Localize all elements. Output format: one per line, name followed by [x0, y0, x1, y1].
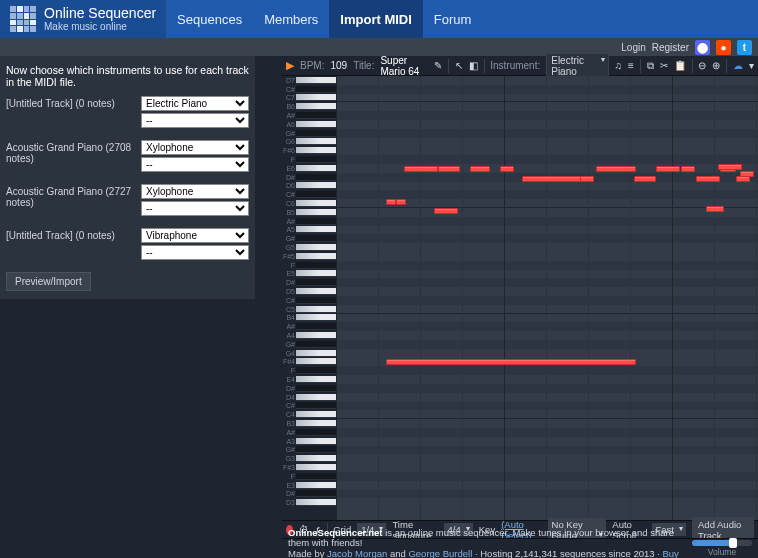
track-sub-select[interactable]: -- — [141, 201, 249, 216]
track-label: [Untitled Track] (0 notes) — [6, 228, 141, 241]
nav-forum[interactable]: Forum — [423, 0, 483, 38]
copy-icon[interactable]: ⧉ — [647, 60, 654, 72]
import-panel: Now choose which instruments to use for … — [0, 56, 255, 299]
track-instrument-select[interactable]: Electric Piano — [141, 96, 249, 111]
title-label: Title: — [353, 60, 374, 71]
note-grid[interactable] — [336, 76, 758, 520]
login-link[interactable]: Login — [621, 42, 645, 53]
brand-subtitle: Make music online — [44, 21, 156, 32]
note[interactable] — [522, 176, 582, 182]
preview-import-button[interactable]: Preview/Import — [6, 272, 91, 291]
note[interactable] — [500, 166, 514, 172]
note[interactable] — [386, 199, 396, 205]
paste-icon[interactable]: 📋 — [674, 60, 686, 71]
volume-label: Volume — [708, 547, 736, 557]
instrument-toggle-icon[interactable]: ♫ — [615, 60, 623, 71]
track-label: Acoustic Grand Piano (2708 notes) — [6, 140, 141, 164]
track-sub-select[interactable]: -- — [141, 157, 249, 172]
note[interactable] — [404, 166, 438, 172]
track-label: [Untitled Track] (0 notes) — [6, 96, 141, 109]
track-sub-select[interactable]: -- — [141, 113, 249, 128]
instrument-label: Instrument: — [490, 60, 540, 71]
more-icon[interactable]: ▾ — [749, 60, 754, 71]
discord-icon[interactable]: ⬤ — [695, 40, 710, 55]
logo[interactable]: Online Sequencer Make music online — [0, 0, 166, 38]
author2-link[interactable]: George Burdell — [408, 548, 472, 559]
note[interactable] — [438, 166, 460, 172]
reddit-icon[interactable]: ● — [716, 40, 731, 55]
note[interactable] — [634, 176, 656, 182]
note[interactable] — [470, 166, 490, 172]
track-sub-select[interactable]: -- — [141, 245, 249, 260]
zoom-in-icon[interactable]: ⊕ — [712, 60, 720, 71]
note[interactable] — [596, 166, 636, 172]
note[interactable] — [736, 176, 750, 182]
track-instrument-select[interactable]: Xylophone — [141, 184, 249, 199]
note[interactable] — [580, 176, 594, 182]
footer-text: OnlineSequencer.net is an online music s… — [288, 528, 692, 558]
instrument-select[interactable]: Electric Piano — [546, 53, 608, 79]
note[interactable] — [706, 206, 724, 212]
note[interactable] — [740, 171, 754, 177]
author1-link[interactable]: Jacob Morgan — [327, 548, 387, 559]
twitter-icon[interactable]: t — [737, 40, 752, 55]
piano-keys[interactable]: D7C#C7B6A#A6G#G6F#6FE6D#D6C#C6B5A#A5G#G5… — [282, 76, 336, 520]
play-button[interactable]: ▶ — [286, 59, 294, 72]
save-cloud-icon[interactable]: ☁ — [733, 60, 743, 71]
bpm-value[interactable]: 109 — [330, 60, 347, 71]
pointer-tool-icon[interactable]: ↖ — [455, 60, 463, 71]
note[interactable] — [656, 166, 680, 172]
brand-title: Online Sequencer — [44, 6, 156, 21]
track-instrument-select[interactable]: Xylophone — [141, 140, 249, 155]
note[interactable] — [386, 359, 636, 365]
nav-sequences[interactable]: Sequences — [166, 0, 253, 38]
track-label: Acoustic Grand Piano (2727 notes) — [6, 184, 141, 208]
logo-icon — [10, 6, 36, 32]
track-instrument-select[interactable]: Vibraphone — [141, 228, 249, 243]
note[interactable] — [718, 164, 742, 170]
edit-icon[interactable]: ✎ — [434, 60, 442, 71]
zoom-out-icon[interactable]: ⊖ — [698, 60, 706, 71]
bpm-label: BPM: — [300, 60, 324, 71]
nav-members[interactable]: Members — [253, 0, 329, 38]
cut-icon[interactable]: ✂ — [660, 60, 668, 71]
note[interactable] — [681, 166, 695, 172]
note[interactable] — [696, 176, 720, 182]
note[interactable] — [396, 199, 406, 205]
volume-slider[interactable] — [692, 540, 752, 546]
register-link[interactable]: Register — [652, 42, 689, 53]
eraser-tool-icon[interactable]: ◧ — [469, 60, 478, 71]
title-input[interactable]: Super Mario 64 — [380, 55, 427, 77]
settings-icon[interactable]: ≡ — [628, 60, 634, 71]
note[interactable] — [434, 208, 458, 214]
nav-import-midi[interactable]: Import MIDI — [329, 0, 423, 38]
import-intro: Now choose which instruments to use for … — [6, 64, 249, 88]
